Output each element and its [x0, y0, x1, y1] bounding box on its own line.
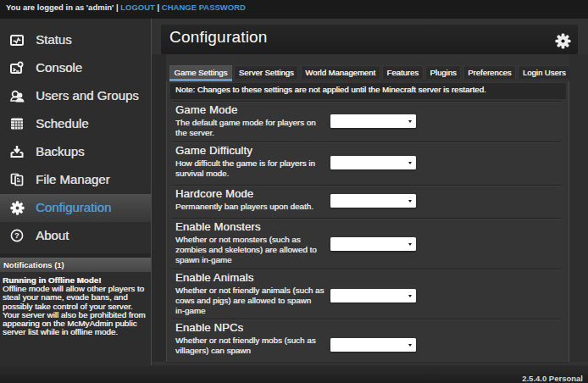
svg-text:?: ? [14, 230, 19, 240]
